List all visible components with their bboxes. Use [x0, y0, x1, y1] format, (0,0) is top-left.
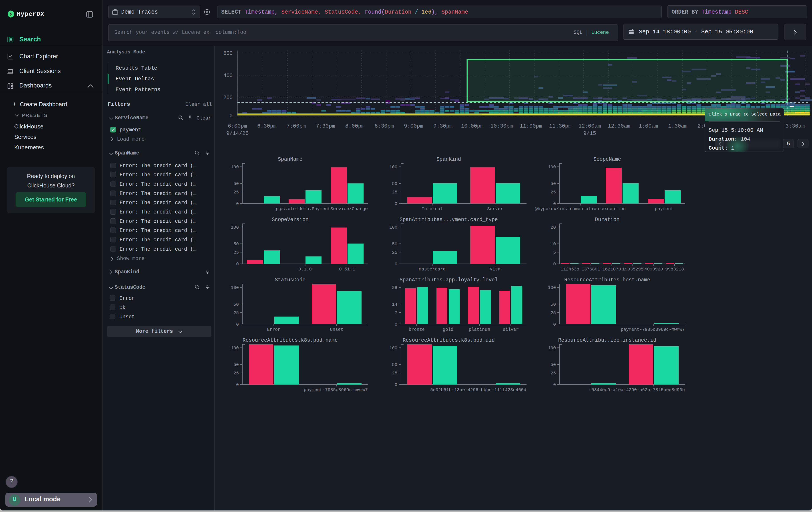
- svg-text:bronze: bronze: [409, 327, 425, 332]
- svg-text:100: 100: [548, 346, 556, 351]
- svg-text:11:00pm: 11:00pm: [520, 123, 542, 129]
- svg-text:Duration: Duration: [595, 217, 619, 223]
- svg-text:0: 0: [236, 382, 239, 387]
- svg-text:1:30am: 1:30am: [668, 123, 687, 129]
- svg-text:payment-7985c8969c-mwmw7: payment-7985c8969c-mwmw7: [304, 387, 368, 393]
- svg-text:100: 100: [389, 164, 397, 170]
- svg-text:ScopeName: ScopeName: [593, 157, 621, 162]
- svg-text:12:30am: 12:30am: [608, 123, 630, 129]
- svg-text:SpanAttributes...yment.card_ty: SpanAttributes...yment.card_type: [400, 217, 498, 223]
- svg-text:9:00pm: 9:00pm: [404, 123, 423, 129]
- svg-text:0: 0: [236, 201, 239, 206]
- svg-text:0: 0: [553, 201, 556, 206]
- svg-text:8:30pm: 8:30pm: [375, 123, 394, 129]
- svg-text:9/15: 9/15: [583, 131, 596, 136]
- svg-text:platinum: platinum: [469, 327, 490, 332]
- svg-text:25: 25: [392, 371, 397, 376]
- svg-text:SpanKind: SpanKind: [436, 157, 461, 162]
- svg-text:50: 50: [392, 362, 397, 367]
- svg-text:6:00pm: 6:00pm: [228, 123, 247, 129]
- svg-text:25: 25: [233, 190, 239, 195]
- svg-text:8:00pm: 8:00pm: [345, 123, 365, 129]
- svg-text:Server: Server: [487, 206, 503, 212]
- svg-text:100: 100: [231, 285, 239, 290]
- svg-text:25: 25: [392, 190, 397, 195]
- svg-text:25: 25: [551, 310, 556, 316]
- svg-text:200: 200: [224, 95, 233, 101]
- svg-text:19935295: 19935295: [622, 267, 643, 272]
- svg-text:Error: Error: [267, 327, 280, 332]
- svg-text:3:30am: 3:30am: [786, 123, 805, 129]
- svg-text:SpanAttributes.app.loyalty.lev: SpanAttributes.app.loyalty.level: [400, 277, 498, 283]
- svg-text:100: 100: [231, 225, 239, 230]
- svg-text:25: 25: [233, 371, 239, 376]
- svg-text:f5344ec9-a1ea-4290-a62a-78f5be: f5344ec9-a1ea-4290-a62a-78f5bee8d90b: [589, 387, 685, 393]
- svg-text:50: 50: [392, 242, 397, 247]
- svg-text:visa: visa: [490, 267, 500, 272]
- svg-text:100: 100: [231, 164, 239, 170]
- svg-text:50: 50: [551, 181, 556, 186]
- svg-text:ResourceAttributes.k8s.pod.nam: ResourceAttributes.k8s.pod.name: [242, 338, 338, 343]
- svg-text:1621070: 1621070: [602, 267, 621, 272]
- svg-text:100: 100: [231, 346, 239, 351]
- svg-text:4090920: 4090920: [644, 267, 663, 272]
- svg-text:50: 50: [551, 362, 556, 367]
- svg-text:11:30pm: 11:30pm: [549, 123, 572, 129]
- svg-text:Unset: Unset: [330, 327, 343, 332]
- svg-text:9983218: 9983218: [665, 267, 684, 272]
- svg-text:25: 25: [392, 250, 397, 255]
- svg-text:0: 0: [553, 262, 556, 267]
- svg-text:Internal: Internal: [422, 206, 443, 212]
- svg-text:0: 0: [395, 201, 397, 206]
- svg-text:StatusCode: StatusCode: [275, 277, 306, 283]
- svg-text:50: 50: [233, 302, 239, 307]
- svg-text:12:00am: 12:00am: [579, 123, 601, 129]
- svg-text:silver: silver: [503, 327, 519, 332]
- svg-text:5: 5: [553, 250, 556, 255]
- svg-text:9:30pm: 9:30pm: [433, 123, 453, 129]
- svg-text:ScopeVersion: ScopeVersion: [272, 217, 309, 223]
- svg-text:0: 0: [553, 322, 556, 327]
- svg-text:28: 28: [392, 285, 397, 290]
- svg-text:50: 50: [233, 242, 239, 247]
- svg-text:10: 10: [551, 242, 556, 247]
- svg-text:ResourceAttribu..ice.instance.: ResourceAttribu..ice.instance.id: [558, 338, 656, 343]
- svg-text:50: 50: [392, 181, 397, 186]
- svg-text:0.1.0: 0.1.0: [298, 267, 312, 272]
- svg-text:25: 25: [551, 190, 556, 195]
- svg-text:0: 0: [236, 322, 239, 327]
- svg-text:1:00am: 1:00am: [639, 123, 658, 129]
- svg-text:ResourceAttributes.host.name: ResourceAttributes.host.name: [564, 277, 650, 283]
- svg-text:10:00pm: 10:00pm: [461, 123, 484, 129]
- svg-text:5e02b5fb-13ae-4296-bbbc-111f42: 5e02b5fb-13ae-4296-bbbc-111f423c460d: [430, 387, 526, 393]
- svg-text:gold: gold: [443, 327, 453, 332]
- svg-text:25: 25: [233, 250, 239, 255]
- svg-text:100: 100: [548, 164, 556, 170]
- svg-text:6:30pm: 6:30pm: [257, 123, 277, 129]
- svg-text:7: 7: [395, 310, 397, 316]
- svg-text:0: 0: [229, 113, 233, 119]
- svg-text:14: 14: [392, 302, 397, 307]
- svg-text:25: 25: [233, 310, 239, 316]
- svg-text:1124538: 1124538: [560, 267, 579, 272]
- svg-text:50: 50: [233, 181, 239, 186]
- svg-text:payment-7985c8969c-mwmw7: payment-7985c8969c-mwmw7: [621, 327, 685, 332]
- svg-text:0: 0: [236, 262, 239, 267]
- svg-text:7:00pm: 7:00pm: [287, 123, 306, 129]
- svg-text:0: 0: [395, 322, 397, 327]
- svg-text:0.51.1: 0.51.1: [339, 267, 355, 272]
- svg-text:@hyperdx/instrumentation-excep: @hyperdx/instrumentation-exception: [535, 206, 626, 212]
- svg-text:1376801: 1376801: [581, 267, 600, 272]
- svg-text:7:30pm: 7:30pm: [316, 123, 335, 129]
- svg-text:600: 600: [224, 51, 233, 56]
- svg-text:grpc.oteldemo.PaymentService/C: grpc.oteldemo.PaymentService/Charge: [274, 206, 368, 212]
- svg-text:SpanName: SpanName: [278, 157, 302, 162]
- svg-text:50: 50: [233, 362, 239, 367]
- svg-text:0: 0: [395, 382, 397, 387]
- svg-text:400: 400: [224, 73, 233, 79]
- svg-text:mastercard: mastercard: [419, 267, 445, 272]
- svg-text:0: 0: [395, 262, 397, 267]
- svg-text:9/14/25: 9/14/25: [226, 131, 249, 136]
- svg-text:50: 50: [551, 302, 556, 307]
- svg-text:10:30pm: 10:30pm: [491, 123, 513, 129]
